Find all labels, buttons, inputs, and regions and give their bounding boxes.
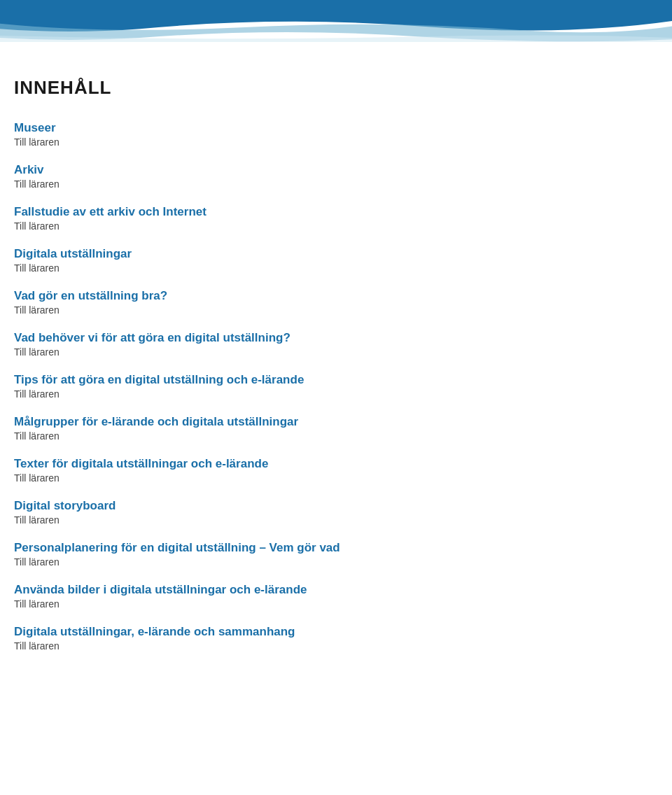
toc-sub-4: Till läraren: [14, 304, 644, 316]
toc-link-5[interactable]: Vad behöver vi för att göra en digital u…: [14, 331, 644, 345]
toc-link-10[interactable]: Personalplanering för en digital utställ…: [14, 541, 644, 555]
toc-link-4[interactable]: Vad gör en utställning bra?: [14, 289, 644, 303]
toc-link-12[interactable]: Digitala utställningar, e-lärande och sa…: [14, 625, 644, 639]
toc-item: Digital storyboardTill läraren: [14, 499, 644, 526]
toc-item: Digitala utställningar, e-lärande och sa…: [14, 625, 644, 652]
toc-sub-3: Till läraren: [14, 262, 644, 274]
toc-link-6[interactable]: Tips för att göra en digital utställning…: [14, 373, 644, 387]
toc-link-2[interactable]: Fallstudie av ett arkiv och Internet: [14, 205, 644, 219]
toc-sub-2: Till läraren: [14, 220, 644, 232]
toc-item: Vad gör en utställning bra?Till läraren: [14, 289, 644, 316]
toc-link-11[interactable]: Använda bilder i digitala utställningar …: [14, 583, 644, 597]
toc-sub-12: Till läraren: [14, 640, 644, 652]
toc-sub-1: Till läraren: [14, 178, 644, 190]
toc-item: MuseerTill läraren: [14, 121, 644, 148]
toc-sub-8: Till läraren: [14, 472, 644, 484]
toc-sub-5: Till läraren: [14, 346, 644, 358]
toc-item: Fallstudie av ett arkiv och InternetTill…: [14, 205, 644, 232]
toc-link-9[interactable]: Digital storyboard: [14, 499, 644, 513]
header-curve-svg: [0, 0, 672, 42]
toc-item: Målgrupper för e-lärande och digitala ut…: [14, 415, 644, 442]
toc-item: Använda bilder i digitala utställningar …: [14, 583, 644, 610]
page-title: INNEHÅLL: [14, 77, 644, 99]
toc-link-1[interactable]: Arkiv: [14, 163, 644, 177]
toc-item: Vad behöver vi för att göra en digital u…: [14, 331, 644, 358]
toc-item: Personalplanering för en digital utställ…: [14, 541, 644, 568]
toc-sub-0: Till läraren: [14, 136, 644, 148]
toc-sub-7: Till läraren: [14, 430, 644, 442]
toc-item: ArkivTill läraren: [14, 163, 644, 190]
toc-item: Digitala utställningarTill läraren: [14, 247, 644, 274]
toc-link-0[interactable]: Museer: [14, 121, 644, 135]
toc-link-3[interactable]: Digitala utställningar: [14, 247, 644, 261]
toc-item: Texter för digitala utställningar och e-…: [14, 457, 644, 484]
toc-sub-9: Till läraren: [14, 514, 644, 526]
header-banner: [0, 0, 672, 56]
toc-list: MuseerTill lärarenArkivTill lärarenFalls…: [14, 121, 644, 652]
toc-link-8[interactable]: Texter för digitala utställningar och e-…: [14, 457, 644, 471]
toc-sub-6: Till läraren: [14, 388, 644, 400]
toc-sub-11: Till läraren: [14, 598, 644, 610]
toc-item: Tips för att göra en digital utställning…: [14, 373, 644, 400]
toc-link-7[interactable]: Målgrupper för e-lärande och digitala ut…: [14, 415, 644, 429]
toc-sub-10: Till läraren: [14, 556, 644, 568]
main-content: INNEHÅLL MuseerTill lärarenArkivTill lär…: [0, 56, 672, 695]
